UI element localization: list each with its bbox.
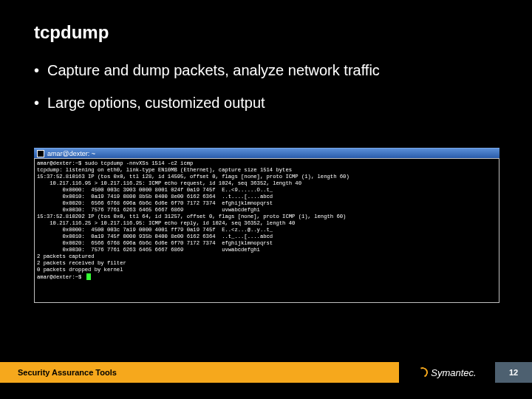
terminal-icon [37,150,44,157]
bullet-item: Capture and dump packets, analyze networ… [34,61,502,80]
slide-footer: Security Assurance Tools Symantec. 12 [0,362,532,383]
brand-logo: Symantec. [399,362,495,383]
term-line: 0x0000: 4500 003c 7a19 0000 4001 ff79 0a… [37,227,273,233]
brand-name: Symantec. [431,367,476,378]
terminal-body: amar@dexter:~$ sudo tcpdump -nnvXSs 1514… [34,158,499,303]
bullet-list: Capture and dump packets, analyze networ… [34,61,502,126]
term-line: 0x0000: 4500 003c 3903 0000 8001 024f 0a… [37,187,273,193]
term-line: 15:37:52.810163 IP (tos 0x0, ttl 128, id… [37,174,349,180]
term-line: amar@dexter:~$ [37,274,85,280]
terminal-titlebar: amar@dexter: ~ [34,148,499,158]
term-line: 0x0010: 0a19 745f 0000 935b 0400 8e00 61… [37,233,273,239]
terminal-title: amar@dexter: ~ [47,150,95,157]
term-line: 10.217.116.25 > 10.217.116.95: ICMP echo… [37,220,295,226]
logo-swoosh-icon [416,366,429,379]
term-line: amar@dexter:~$ sudo tcpdump -nnvXSs 1514… [37,160,193,166]
term-line: 2 packets received by filter [37,260,126,266]
terminal-window: amar@dexter: ~ amar@dexter:~$ sudo tcpdu… [34,148,499,303]
term-line: 10.217.116.95 > 10.217.116.25: ICMP echo… [37,180,301,186]
term-line: 0 packets dropped by kernel [37,267,123,273]
term-line: 0x0020: 6566 6768 696a 6b6c 6d6e 6f70 71… [37,200,273,206]
slide-title: tcpdump [34,22,109,43]
term-line: 0x0030: 7576 7761 6263 6465 6667 6869 uv… [37,247,260,253]
cursor-icon [86,273,91,280]
bullet-item: Large options, customized output [34,93,502,112]
term-line: tcpdump: listening on eth0, link-type EN… [37,167,292,173]
term-line: 0x0020: 6566 6768 696a 6b6c 6d6e 6f70 71… [37,240,273,246]
term-line: 0x0030: 7576 7761 6263 6465 6667 6869 uv… [37,207,260,213]
page-number: 12 [495,362,532,383]
term-line: 15:37:52.810202 IP (tos 0x0, ttl 64, id … [37,214,346,219]
term-line: 0x0010: 0a19 7419 0800 8b5b 0400 8e00 61… [37,194,273,200]
footer-title: Security Assurance Tools [0,362,399,383]
term-line: 2 packets captured [37,253,95,259]
